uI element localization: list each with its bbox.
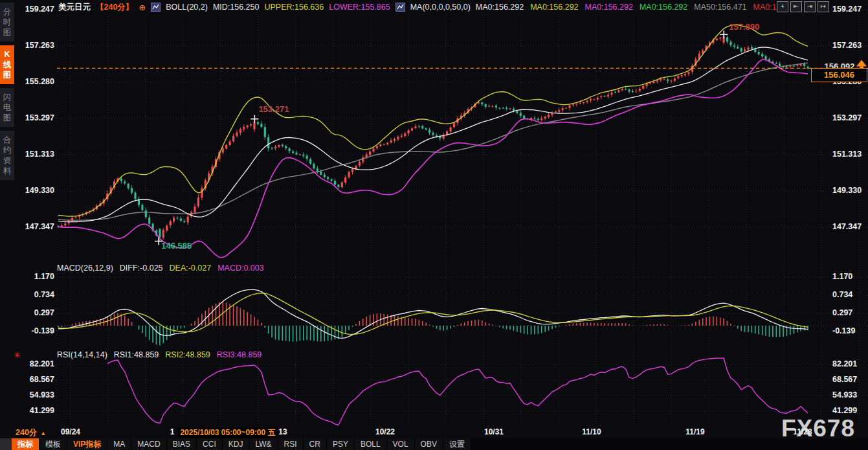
interval-arrow-icon: ▲	[40, 430, 46, 436]
price-axis-label: 155.280	[9, 77, 54, 87]
toolbar-item-CR[interactable]: CR	[304, 438, 327, 450]
ma-values: MA0:156.292MA0:156.292MA0:156.292MA0:156…	[476, 3, 777, 12]
toolbar-item-指标[interactable]: 指标	[12, 438, 39, 450]
rsi2-value: RSI2:48.859	[165, 350, 210, 359]
toolbar-item-OBV[interactable]: OBV	[415, 438, 443, 450]
boll-mid-value: MID:156.250	[213, 3, 260, 12]
macd-axis-label: 0.297	[9, 308, 54, 318]
time-axis-label: 09/24	[61, 427, 80, 436]
price-axis-label: 149.330	[9, 186, 54, 196]
time-axis-label: 13	[278, 427, 287, 436]
chart-header: 美元日元 【240分】 ⊕ BOLL(20,2) MID:156.250 UPP…	[58, 0, 777, 14]
chart-canvas[interactable]	[0, 0, 868, 450]
time-axis-label: 10/31	[484, 427, 504, 436]
toolbar-item-VIP指标[interactable]: VIP指标	[67, 438, 107, 450]
price-annotation: 146.585	[161, 241, 192, 251]
macd-axis-label: -0.139	[832, 326, 868, 336]
interval-text: 240分	[16, 428, 37, 437]
interval-selector[interactable]: 240分▲	[16, 427, 46, 438]
rsi-axis-label: 68.567	[832, 375, 868, 385]
boll-upper-line	[58, 25, 808, 216]
boll-lower-value: LOWER:155.865	[329, 3, 390, 12]
macd-axis-label: 0.734	[832, 290, 868, 300]
main-price-pane	[57, 25, 868, 257]
time-axis-label: 10/22	[375, 427, 395, 436]
ma-value: MA0:156.292	[476, 3, 524, 12]
rsi-axis-label: 41.299	[9, 406, 54, 416]
toolbar-item-VOL[interactable]: VOL	[387, 438, 415, 450]
price-axis-label: 151.313	[9, 150, 54, 159]
rsi1-value: RSI1:48.859	[114, 350, 159, 359]
toolbar-item-PSY[interactable]: PSY	[327, 438, 355, 450]
toolbar-item-MACD[interactable]: MACD	[131, 438, 166, 450]
symbol-title: 美元日元	[58, 2, 91, 13]
boll-upper-value: UPPER:156.636	[264, 3, 324, 12]
toolbar-corner	[0, 438, 12, 450]
rsi-axis-label: 41.299	[832, 406, 868, 416]
price-axis-label: 147.347	[832, 222, 868, 232]
macd-axis-label: 1.170	[9, 272, 54, 282]
toolbar-item-LW&[interactable]: LW&	[249, 438, 278, 450]
rsi-panel-title: RSI(14,14,14) RSI1:48.859 RSI2:48.859 RS…	[57, 350, 262, 359]
boll-label: BOLL(20,2)	[166, 3, 208, 12]
macd-title: MACD(26,12,9)	[57, 264, 113, 273]
toolbar-item-KDJ[interactable]: KDJ	[223, 438, 250, 450]
ma-value: MA0:156.292	[530, 3, 578, 12]
sidebar-tab-4[interactable]: 合约资料	[0, 131, 14, 180]
toolbar-item-RSI[interactable]: RSI	[278, 438, 304, 450]
toolbar-item-BIAS[interactable]: BIAS	[167, 438, 197, 450]
ma50-line	[58, 63, 808, 220]
alarm-icon[interactable]: ✳	[14, 350, 21, 360]
sidebar-tab-3[interactable]: 闪电图	[0, 88, 14, 127]
price-axis-label: 159.247	[9, 5, 54, 14]
time-axis-label: 11/19	[685, 427, 704, 436]
price-axis-label: 147.347	[9, 222, 54, 232]
rsi-axis-label: 54.933	[832, 390, 868, 400]
rsi-axis-label: 82.201	[832, 359, 868, 369]
toolbar-item-CCI[interactable]: CCI	[197, 438, 223, 450]
price-axis-label: 157.263	[9, 41, 54, 51]
macd-axis-label: 0.297	[832, 308, 868, 318]
toolbar-item-模板[interactable]: 模板	[39, 438, 67, 450]
price-axis-label: 153.297	[9, 113, 54, 123]
interval-label[interactable]: 【240分】	[96, 2, 133, 13]
price-axis-label: 149.330	[832, 186, 868, 196]
price-axis-label: 157.263	[832, 41, 868, 51]
macd-dea-value: DEA:-0.027	[170, 264, 212, 273]
sidebar: 分时图K线图闪电图合约资料	[0, 0, 14, 438]
grid	[39, 10, 868, 425]
rsi-title: RSI(14,14,14)	[57, 350, 107, 359]
sidebar-tab-1[interactable]: 分时图	[0, 3, 14, 41]
rsi-axis-label: 68.567	[9, 375, 54, 385]
ma-indicator-icon[interactable]	[395, 3, 405, 12]
macd-hist-value: MACD:0.003	[217, 264, 264, 273]
ma-params-label: MA(0,0,0,0,50,0)	[410, 3, 471, 12]
price-axis-label: 159.247	[832, 5, 868, 14]
session-tooltip-label: 2025/10/03 05:00~09:00 五	[178, 427, 277, 438]
pan-icon[interactable]: +	[777, 1, 788, 12]
rsi-pane	[107, 358, 808, 425]
sidebar-tab-2[interactable]: K线图	[0, 45, 14, 84]
boll-indicator-icon[interactable]	[151, 3, 161, 12]
ma-value: MA0:156.292	[640, 3, 687, 12]
macd-pane	[58, 289, 808, 345]
time-axis-label: 1	[170, 427, 175, 436]
shift-right-icon[interactable]: ↦	[818, 1, 829, 12]
chart-window-controls: +⇤⇥↦	[777, 1, 829, 12]
price-annotation: 157.890	[729, 22, 759, 32]
rsi-axis-label: 54.933	[9, 390, 54, 400]
macd-hist-negative	[58, 326, 808, 345]
compress-left-icon[interactable]: ⇤	[790, 1, 802, 12]
add-indicator-icon[interactable]: ⊕	[139, 3, 146, 12]
macd-axis-label: 1.170	[832, 272, 868, 282]
toolbar-item-MA[interactable]: MA	[107, 438, 131, 450]
ma-value: MA0:1	[753, 3, 777, 12]
ma-value: MA50:156.471	[694, 3, 746, 12]
rsi-line	[107, 358, 808, 425]
ma-value: MA0:156.292	[585, 3, 633, 12]
toolbar-item-BOLL[interactable]: BOLL	[355, 438, 387, 450]
macd-axis-label: -0.139	[9, 326, 54, 336]
indicator-toolbar: 指标模板VIP指标MAMACDBIASCCIKDJLW&RSICRPSYBOLL…	[0, 438, 868, 450]
toolbar-item-设置[interactable]: 设置	[443, 438, 471, 450]
compress-right-icon[interactable]: ⇥	[804, 1, 816, 12]
